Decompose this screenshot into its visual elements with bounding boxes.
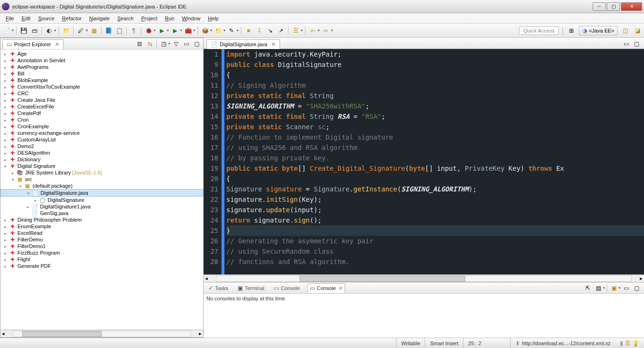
tree-item[interactable]: ✚Bill [0,70,203,77]
console-display-icon[interactable]: ▤ [594,283,603,293]
expand-icon[interactable] [2,91,8,96]
save-all-icon[interactable]: 🗃 [30,26,39,35]
perspective-java-icon[interactable]: ◫ [620,26,630,35]
tree-item[interactable]: ✚Demo2 [0,143,203,149]
para-icon[interactable]: ¶ [129,26,139,35]
close-tab-icon[interactable]: ✕ [55,41,59,48]
tree-item[interactable]: ✚ExcelRead [0,230,203,236]
link-editor-icon[interactable]: ⇆ [145,39,155,49]
perspective-debug-icon[interactable]: ◪ [633,26,642,35]
wand2-icon[interactable]: ✎ [227,26,236,35]
collapse-icon[interactable] [25,191,31,196]
tree-item[interactable]: 📚JRE System Library [JavaSE-1.8] [0,169,203,176]
code-line[interactable]: private static final String RSA = "RSA"; [226,111,644,122]
expand-icon[interactable] [2,124,8,129]
expand-icon[interactable] [2,137,8,142]
collapse-icon[interactable] [10,177,16,182]
tree-item[interactable]: ✚FilterDemo1 [0,243,203,249]
tree-item[interactable]: ✚CronExample [0,123,203,130]
tree-item[interactable]: ✚currency-exchange-service [0,130,203,136]
new-package-icon[interactable]: 📦 [200,26,210,35]
tree-item[interactable]: ✚CustomArrayList [0,136,203,143]
forward-icon[interactable]: ⇨ [321,26,330,35]
menu-project[interactable]: Project [138,15,161,22]
tree-item[interactable]: 📄DigitalSignature.java [0,189,203,197]
tree-item[interactable]: ✚DESAlgorithm [0,149,203,156]
tree-item[interactable]: 📄GenSig.java [0,210,203,216]
bottom-tab-console[interactable]: ▭Console [272,284,302,292]
tree-item[interactable]: ✚Age [0,50,203,57]
maximize-console-icon[interactable]: ▢ [632,283,641,293]
step3-icon[interactable]: ↗ [276,26,286,35]
maximize-view-icon[interactable]: ▢ [192,39,201,49]
tree-item[interactable]: ✚FizzBuzz Program [0,249,203,256]
project-tree[interactable]: ✚Age✚Annotation in Servlet✚AwtPrograms✚B… [0,50,203,330]
tree-item[interactable]: 📄DigitalSignature1.java [0,203,203,210]
expand-icon[interactable] [2,264,8,269]
tree-item[interactable]: ✚CRC [0,90,203,97]
menu-file[interactable]: File [2,15,18,22]
minimize-button[interactable]: ─ [593,2,606,11]
code-line[interactable]: Signature signature = Signature.getInsta… [226,184,644,194]
code-line[interactable]: // using SHA256 and RSA algorithm [226,142,644,153]
expand-icon[interactable] [2,244,8,249]
code-line[interactable]: SIGNING_ALGORITHM = "SHA256withRSA"; [226,101,644,111]
tree-item[interactable]: ✚Flight [0,256,203,263]
menu-refactor[interactable]: Refactor [58,15,86,22]
filter-icon[interactable]: ☰ [291,26,300,35]
code-line[interactable]: public static byte[] Create_Digital_Sign… [226,163,644,174]
coverage-icon[interactable]: ▶ [170,26,180,35]
code-line[interactable]: public class DigitalSignature [226,59,644,70]
collapse-icon[interactable] [2,164,8,169]
code-line[interactable]: return signature.sign(); [226,215,644,225]
expand-icon[interactable] [25,204,31,209]
editor-hscrollbar[interactable]: ◂ ▸ [204,274,644,282]
quick-access-input[interactable]: Quick Access [519,26,559,35]
expand-icon[interactable] [2,224,8,229]
collapse-all-icon[interactable]: ⊟ [135,39,144,49]
bottom-tab-terminal[interactable]: ▣Terminal [236,284,266,292]
explorer-hscrollbar[interactable]: ◂ ▸ [0,330,203,337]
expand-icon[interactable] [2,117,8,123]
save-icon[interactable]: 💾 [19,26,28,35]
skip-breakpoints-icon[interactable]: ◐ [44,26,54,35]
code-line[interactable]: // Function to implement Digital signatu… [226,132,644,142]
tree-item[interactable]: ✚FilterDemo [0,236,203,243]
console-new-icon[interactable]: ▣ [609,283,619,293]
code-line[interactable]: // functions and RSA algorithm. [226,257,644,267]
book-icon[interactable]: 📘 [104,26,113,35]
editor-tab-digitalsignature[interactable]: 📄 DigitalSignature.java ✕ [206,39,280,49]
console-pin-icon[interactable]: ⇱ [583,283,593,293]
expand-icon[interactable] [2,111,8,116]
wand-icon[interactable]: 🖊 [76,26,85,35]
paint-icon[interactable]: ▦ [89,26,99,35]
expand-icon[interactable] [2,131,8,136]
code-line[interactable]: signature.initSign(Key); [226,194,644,205]
tree-item[interactable]: ✚ConvertXlsxToCsvExample [0,83,203,90]
expand-icon[interactable] [2,51,8,57]
expand-icon[interactable] [2,144,8,149]
expand-icon[interactable] [2,257,8,262]
new-server-icon[interactable]: 📁 [61,26,71,35]
bottom-tab-console[interactable]: ▭Console ✕ [307,283,345,293]
project-explorer-tab[interactable]: 🗂 Project Explorer ✕ [2,39,64,49]
code-line[interactable]: import java.security.KeyPair; [226,49,644,59]
view-menu-icon[interactable]: ▽ [171,39,181,49]
code-line[interactable]: // Signing Algorithm [226,80,644,91]
expand-icon[interactable] [10,170,16,175]
expand-icon[interactable] [2,98,8,103]
tree-item[interactable]: ✚Generate PDF [0,263,203,269]
docs-icon[interactable]: 📋 [115,26,124,35]
close-editor-tab-icon[interactable]: ✕ [271,41,276,48]
close-button[interactable]: ✕ [621,2,642,11]
tree-item[interactable]: ✚BlobExample [0,77,203,83]
tree-item[interactable]: ✚EnumExample [0,223,203,230]
expand-icon[interactable] [2,71,8,76]
step2-icon[interactable]: ↘ [265,26,275,35]
code-line[interactable]: private static final String [226,91,644,101]
maximize-button[interactable]: ▢ [607,2,620,11]
tree-item[interactable]: ▦src [0,176,203,182]
tree-item[interactable]: ✚Digital Signature [0,163,203,169]
expand-icon[interactable] [2,250,8,256]
expand-icon[interactable] [2,150,8,156]
